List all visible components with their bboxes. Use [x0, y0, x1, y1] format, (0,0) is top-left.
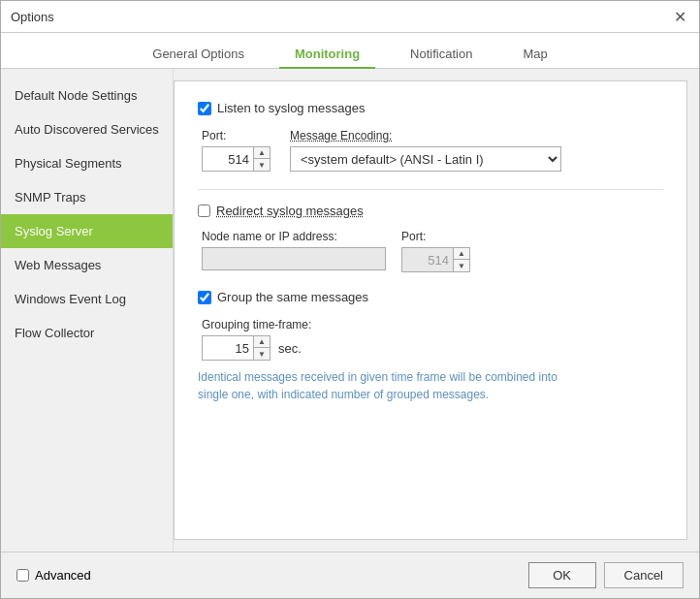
- grouping-spinbox-buttons: ▲ ▼: [253, 336, 270, 360]
- tab-notification[interactable]: Notification: [395, 41, 488, 69]
- redirect-section: Redirect syslog messages Node name or IP…: [198, 189, 663, 272]
- grouping-increment-button[interactable]: ▲: [254, 336, 270, 348]
- dialog-window: Options ✕ General Options Monitoring Not…: [0, 0, 700, 599]
- sidebar-item-windows-event-log[interactable]: Windows Event Log: [1, 282, 173, 316]
- title-bar: Options ✕: [1, 1, 699, 33]
- group-check-row: Group the same messages: [198, 290, 663, 304]
- sidebar-item-physical-segments[interactable]: Physical Segments: [1, 146, 173, 180]
- port-encoding-row: Port: ▲ ▼ Message Encoding: <system defa…: [202, 129, 663, 172]
- advanced-section: Advanced: [16, 568, 91, 583]
- advanced-checkbox[interactable]: [16, 569, 29, 582]
- tab-map[interactable]: Map: [507, 41, 562, 69]
- sec-label: sec.: [278, 341, 302, 356]
- grouping-time-label: Grouping time-frame:: [202, 318, 663, 331]
- encoding-select-wrapper: <system default> (ANSI - Latin I) UTF-8 …: [290, 146, 561, 172]
- redirect-port-group: Port: ▲ ▼: [401, 230, 470, 272]
- content-area: Default Node Settings Auto Discovered Se…: [1, 69, 699, 552]
- sidebar-item-flow-collector[interactable]: Flow Collector: [1, 316, 173, 350]
- listen-syslog-checkbox[interactable]: [198, 102, 211, 115]
- tab-general[interactable]: General Options: [137, 41, 260, 69]
- grouping-row: ▲ ▼ sec.: [202, 335, 663, 361]
- tab-bar: General Options Monitoring Notification …: [1, 33, 699, 69]
- listen-syslog-label[interactable]: Listen to syslog messages: [217, 101, 365, 115]
- dialog-title: Options: [11, 10, 54, 24]
- advanced-label[interactable]: Advanced: [35, 568, 91, 583]
- grouping-time-input[interactable]: [203, 336, 253, 360]
- sidebar-item-auto-discovered[interactable]: Auto Discovered Services: [1, 112, 173, 146]
- main-panel: Listen to syslog messages Port: ▲ ▼ Mess…: [174, 80, 687, 540]
- group-messages-label[interactable]: Group the same messages: [217, 290, 368, 304]
- node-label: Node name or IP address:: [202, 230, 386, 243]
- sidebar-item-snmp-traps[interactable]: SNMP Traps: [1, 180, 173, 214]
- port-input[interactable]: [203, 147, 253, 171]
- port-label: Port:: [202, 129, 270, 142]
- redirect-port-spinbox: ▲ ▼: [401, 247, 470, 272]
- redirect-port-input[interactable]: [402, 248, 453, 271]
- sidebar: Default Node Settings Auto Discovered Se…: [1, 69, 174, 552]
- redirect-port-increment-button[interactable]: ▲: [454, 248, 469, 260]
- redirect-port-decrement-button[interactable]: ▼: [454, 260, 469, 271]
- sidebar-item-web-messages[interactable]: Web Messages: [1, 248, 173, 282]
- grouping-spinbox: ▲ ▼: [202, 335, 270, 361]
- redirect-syslog-checkbox[interactable]: [198, 205, 210, 217]
- node-input[interactable]: [202, 247, 386, 270]
- grouping-decrement-button[interactable]: ▼: [254, 348, 270, 360]
- port-increment-button[interactable]: ▲: [254, 147, 270, 159]
- port-spinbox: ▲ ▼: [202, 146, 270, 172]
- encoding-group: Message Encoding: <system default> (ANSI…: [290, 129, 561, 172]
- grouping-info-text: Identical messages received in given tim…: [198, 368, 586, 403]
- sidebar-item-default-node[interactable]: Default Node Settings: [1, 79, 173, 112]
- port-decrement-button[interactable]: ▼: [254, 159, 270, 171]
- ok-button[interactable]: OK: [528, 562, 596, 588]
- encoding-label: Message Encoding:: [290, 129, 561, 142]
- port-group: Port: ▲ ▼: [202, 129, 270, 172]
- redirect-fields-row: Node name or IP address: Port: ▲ ▼: [202, 230, 663, 272]
- port-spinbox-buttons: ▲ ▼: [253, 147, 270, 171]
- group-messages-checkbox[interactable]: [198, 291, 211, 304]
- encoding-select[interactable]: <system default> (ANSI - Latin I) UTF-8 …: [291, 147, 560, 171]
- node-field-group: Node name or IP address:: [202, 230, 386, 272]
- sidebar-item-syslog-server[interactable]: Syslog Server: [1, 214, 173, 248]
- close-button[interactable]: ✕: [670, 7, 689, 26]
- redirect-syslog-label[interactable]: Redirect syslog messages: [216, 204, 364, 218]
- cancel-button[interactable]: Cancel: [604, 562, 684, 588]
- bottom-bar: Advanced OK Cancel: [1, 552, 699, 598]
- redirect-port-buttons: ▲ ▼: [453, 248, 469, 271]
- redirect-check-row: Redirect syslog messages: [198, 204, 663, 218]
- button-group: OK Cancel: [528, 562, 684, 588]
- tab-monitoring[interactable]: Monitoring: [279, 41, 375, 69]
- listen-syslog-row: Listen to syslog messages: [198, 101, 663, 115]
- redirect-port-label: Port:: [401, 230, 470, 243]
